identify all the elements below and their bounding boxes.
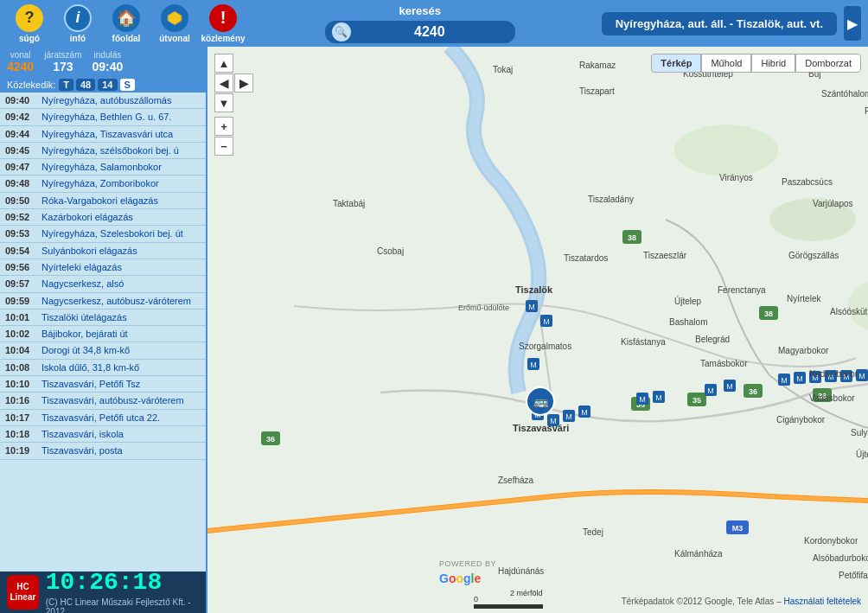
stop-name[interactable]: Dorogi út 34,8 km-kő: [41, 344, 130, 356]
svg-text:Varjúlapos: Varjúlapos: [813, 199, 853, 208]
svg-text:Sulyánbokor: Sulyánbokor: [851, 428, 868, 437]
stop-item[interactable]: 09:40Nyíregyháza, autóbuszállomás: [0, 93, 206, 109]
stop-name[interactable]: Sulyánbokori elágazás: [41, 245, 137, 257]
home-icon: 🏠: [112, 4, 140, 32]
stop-name[interactable]: Nyíregyháza, autóbuszállomás: [41, 94, 171, 106]
map-type-muhold[interactable]: Műhold: [701, 54, 751, 73]
expand-button[interactable]: ▶: [844, 6, 861, 41]
usage-terms-link[interactable]: Használati feltételek: [784, 597, 862, 606]
zoom-up-icon[interactable]: ▲: [214, 54, 233, 73]
stop-item[interactable]: 09:52Kazárbokori elágazás: [0, 209, 206, 226]
map-area: ▲ ◀ ▶ ▼ + − Térkép Műhold Hibrid Domborz…: [207, 47, 868, 613]
stop-name[interactable]: Tiszavasvári, autóbusz-váróterem: [41, 394, 184, 406]
stop-item[interactable]: 09:59Nagycserkesz, autóbusz-váróterem: [0, 293, 206, 310]
stop-name[interactable]: Nyíregyháza, Zomboribokor: [41, 177, 159, 189]
info-button[interactable]: i infó: [55, 2, 100, 45]
svg-marker-0: [168, 11, 182, 25]
stop-name[interactable]: Nagycserkesz, alsó: [41, 278, 124, 290]
stop-time: 09:47: [5, 161, 36, 172]
svg-text:M: M: [781, 376, 788, 385]
notice-button[interactable]: ! közlemény: [201, 2, 246, 45]
route-button[interactable]: útvonal: [152, 2, 197, 45]
pan-right-button[interactable]: ▶: [234, 73, 253, 93]
stop-item[interactable]: 10:04Dorogi út 34,8 km-kő: [0, 342, 206, 359]
stop-name[interactable]: Tiszavasvári, Petőfi Tsz: [41, 378, 140, 390]
home-button[interactable]: 🏠 főoldal: [104, 2, 149, 45]
svg-text:35: 35: [692, 396, 701, 405]
map-type-hibrid[interactable]: Hibrid: [751, 54, 795, 73]
svg-text:38: 38: [764, 310, 773, 318]
stop-name[interactable]: Nyíregyháza, Tiszavasvári utca: [41, 128, 173, 140]
svg-text:Erőmű-üdülőte: Erőmű-üdülőte: [458, 303, 509, 312]
stop-name[interactable]: Iskola dűlő, 31,8 km-kő: [41, 361, 139, 374]
stop-name[interactable]: Kazárbokori elágazás: [41, 211, 133, 223]
svg-text:M: M: [858, 372, 865, 380]
search-input[interactable]: [356, 24, 503, 40]
svg-text:Tiszapart: Tiszapart: [579, 86, 615, 96]
stop-time: 09:59: [5, 295, 36, 306]
svg-text:36: 36: [266, 435, 275, 444]
zoom-in-button[interactable]: +: [214, 117, 233, 136]
notice-icon: !: [209, 4, 237, 32]
svg-text:M3: M3: [732, 524, 744, 533]
stop-name[interactable]: Tiszavasvári, iskola: [41, 428, 124, 440]
stop-item[interactable]: 09:56Nyírteleki elágazás: [0, 259, 206, 276]
svg-text:Tiszatardos: Tiszatardos: [564, 253, 608, 263]
stop-name[interactable]: Nagycserkesz, autóbusz-váróterem: [41, 295, 191, 307]
stop-name[interactable]: Bájibokor, bejárati út: [41, 328, 128, 340]
vonal-label: vonal: [10, 50, 31, 60]
stop-item[interactable]: 10:18Tiszavasvári, iskola: [0, 426, 206, 443]
svg-text:Csobaj: Csobaj: [377, 246, 404, 256]
stop-name[interactable]: Nyíregyháza, szélsőbokori bej. ú: [41, 144, 179, 156]
stop-time: 09:53: [5, 227, 36, 239]
day-48: 48: [76, 79, 95, 91]
stop-name[interactable]: Nyíregyháza, Bethlen G. u. 67.: [41, 111, 171, 123]
map-type-domborzat[interactable]: Domborzat: [795, 54, 861, 73]
stop-item[interactable]: 10:08Iskola dűlő, 31,8 km-kő: [0, 360, 206, 376]
stop-item[interactable]: 10:19Tiszavasvári, posta: [0, 443, 206, 459]
stop-item[interactable]: 10:10Tiszavasvári, Petőfi Tsz: [0, 376, 206, 393]
svg-rect-1: [207, 47, 868, 613]
stop-name[interactable]: Nyíregyháza, Salamonbokor: [41, 161, 162, 173]
stop-item[interactable]: 09:42Nyíregyháza, Bethlen G. u. 67.: [0, 109, 206, 125]
svg-text:M: M: [581, 408, 588, 417]
stop-list[interactable]: 09:40Nyíregyháza, autóbuszállomás09:42Ny…: [0, 93, 206, 571]
stop-item[interactable]: 10:16Tiszavasvári, autóbusz-váróterem: [0, 393, 206, 409]
stop-item[interactable]: 10:17Tiszavasvári, Petőfi utca 22.: [0, 410, 206, 426]
stop-name[interactable]: Tiszavasvári, posta: [41, 444, 123, 457]
stop-item[interactable]: 10:01Tiszalöki útelágazás: [0, 310, 206, 326]
stop-name[interactable]: Tiszalöki útelágazás: [41, 311, 127, 323]
jaratsz-value: 173: [53, 60, 73, 73]
stop-item[interactable]: 09:53Nyíregyháza, Szelesbokori bej. út: [0, 226, 206, 242]
stop-item[interactable]: 10:02Bájibokor, bejárati út: [0, 326, 206, 342]
help-button[interactable]: ? súgó: [7, 2, 52, 45]
svg-text:M: M: [530, 361, 537, 369]
zoom-down-icon[interactable]: ▼: [214, 93, 233, 112]
stop-name[interactable]: Tiszavasvári, Petőfi utca 22.: [41, 412, 160, 424]
stop-item[interactable]: 09:45Nyíregyháza, szélsőbokori bej. ú: [0, 143, 206, 159]
map-type-terkep[interactable]: Térkép: [651, 54, 701, 73]
stop-name[interactable]: Nyíregyháza, Szelesbokori bej. út: [41, 227, 183, 239]
svg-text:Ferenctanya: Ferenctanya: [718, 285, 766, 295]
stop-name[interactable]: Róka-Vargabokori elágazás: [41, 195, 158, 207]
notice-label: közlemény: [201, 34, 245, 43]
svg-text:Kordonybokor: Kordonybokor: [804, 536, 858, 546]
pan-left-button[interactable]: ◀: [214, 73, 233, 93]
stop-item[interactable]: 09:47Nyíregyháza, Salamonbokor: [0, 159, 206, 176]
stop-item[interactable]: 09:57Nagycserkesz, alsó: [0, 276, 206, 292]
stop-time: 10:18: [5, 428, 36, 439]
hc-logo: HCLinear: [7, 575, 39, 610]
stop-item[interactable]: 09:44Nyíregyháza, Tiszavasvári utca: [0, 126, 206, 143]
svg-rect-127: [474, 608, 543, 609]
svg-text:Tamásbokor: Tamásbokor: [700, 359, 748, 368]
zoom-out-button[interactable]: −: [214, 137, 233, 156]
svg-text:36: 36: [749, 387, 757, 396]
info-label: infó: [70, 34, 86, 43]
stop-item[interactable]: 09:50Róka-Vargabokori elágazás: [0, 193, 206, 209]
main-content: vonal 4240 járatszám 173 indulás 09:40 K…: [0, 47, 868, 613]
stop-name[interactable]: Nyírteleki elágazás: [41, 261, 122, 273]
svg-text:Paszabcsúcs: Paszabcsúcs: [782, 177, 833, 187]
stop-item[interactable]: 09:48Nyíregyháza, Zomboribokor: [0, 176, 206, 192]
stop-item[interactable]: 09:54Sulyánbokori elágazás: [0, 243, 206, 259]
search-icon[interactable]: 🔍: [332, 22, 351, 42]
